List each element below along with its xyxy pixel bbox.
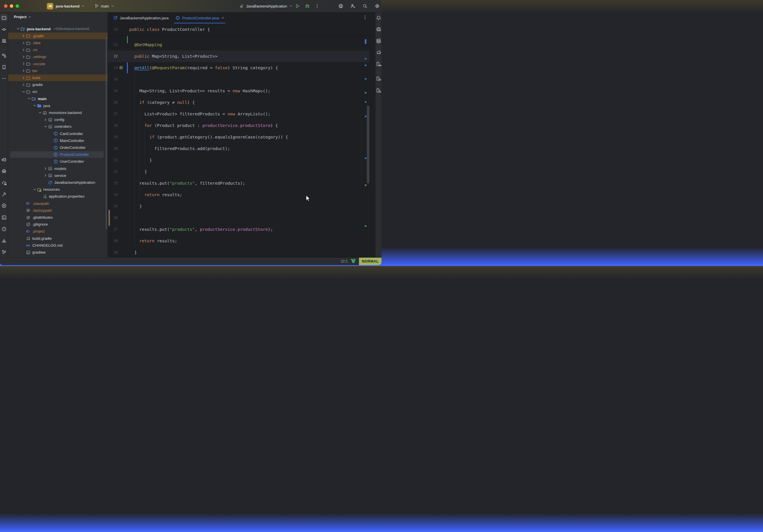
line-number[interactable]: 28 [108,120,118,131]
line-number[interactable]: 22 [108,51,118,62]
line-number[interactable]: 37 [108,224,118,235]
search-icon[interactable] [361,2,369,10]
line-number[interactable]: 24 [108,73,118,85]
tree-row-javabackendapplication[interactable]: JavaBackendApplication [8,179,108,186]
tree-row-build[interactable]: build [8,74,108,81]
pull-requests-icon[interactable] [1,38,8,45]
tree-row-productcontroller[interactable]: CProductController [8,151,108,158]
tree-row-cartcontroller[interactable]: CCartController [8,130,108,137]
minimize-window-button[interactable] [10,4,13,8]
tree-row-service[interactable]: service [8,172,108,179]
tree-row--factorypath[interactable]: .factorypath [8,207,108,214]
code-line-21[interactable]: 21 @GetMapping [108,39,375,51]
line-number[interactable]: 25 [108,85,118,97]
code-line-25[interactable]: 25 Map<String, List<Product>> results = … [108,85,375,97]
chevron-collapsed-icon[interactable] [21,68,26,73]
profiler-icon[interactable] [1,179,8,186]
tree-row-build-gradle[interactable]: build.gradle [8,235,108,242]
code-line-33[interactable]: 33 results.put("products", filteredProdu… [108,177,375,189]
chevron-collapsed-icon[interactable] [21,75,26,80]
code-line-37[interactable]: 37 results.put("products", productServic… [108,224,375,235]
line-number[interactable]: 29 [108,131,118,143]
line-number[interactable]: 31 [108,154,118,166]
code-line-32[interactable]: 32 } [108,166,375,177]
tree-row-usercontroller[interactable]: CUserController [8,158,108,165]
editor-scrollbar[interactable] [367,106,370,183]
project-selector[interactable]: java-backend [56,4,84,8]
caret-position-widget[interactable]: 22:1 [338,260,351,264]
tree-row-models[interactable]: models [8,165,108,172]
tree-row-config[interactable]: config [8,116,108,123]
line-number[interactable]: 14 [108,23,118,36]
tree-row--project[interactable]: .project [8,228,108,235]
close-tab-icon[interactable]: × [222,16,224,20]
notifications-bell-icon[interactable] [375,14,382,21]
tree-row--settings[interactable]: .settings [8,53,108,60]
code-line-39[interactable]: 39 } [108,247,375,258]
gradle-icon[interactable] [375,49,382,56]
device-manager-icon[interactable] [375,75,382,82]
tree-row-ordercontroller[interactable]: COrderController [8,144,108,151]
warning-icon[interactable] [1,237,8,244]
close-window-button[interactable] [4,4,8,8]
vim-mode-badge[interactable]: NORMAL [359,258,382,265]
chevron-collapsed-icon[interactable] [21,34,26,38]
tree-row--gitattributes[interactable]: .gitattributes [8,214,108,221]
add-user-icon[interactable] [349,2,357,10]
tree-row--gitignore[interactable]: .gitignore [8,221,108,228]
debug-icon[interactable] [304,2,311,10]
kebab-menu-icon[interactable] [313,2,321,10]
line-number[interactable]: 38 [108,235,118,247]
build-hammer-icon[interactable] [1,191,8,198]
line-number[interactable]: 27 [108,108,118,120]
code-line-28[interactable]: 28 for (Product product : productService… [108,120,375,131]
tree-row-bin[interactable]: bin [8,67,108,74]
chevron-expanded-icon[interactable] [16,27,21,31]
line-number[interactable]: 34 [108,189,118,200]
tree-row-maincontroller[interactable]: CMainController [8,137,108,144]
tree-row-java-backend[interactable]: java-backend~/Github/java-backend [8,26,108,32]
tree-row-application-properties[interactable]: application.properties [8,193,108,200]
git-branch-icon[interactable] [1,249,8,256]
problems-icon[interactable] [1,226,8,233]
chevron-collapsed-icon[interactable] [21,41,26,45]
tree-row--gradle[interactable]: .gradle [8,33,108,39]
chevron-expanded-icon[interactable] [32,187,37,192]
code-line-22[interactable]: 22 public Map<String, List<Product>> [108,51,375,62]
database-icon[interactable] [375,38,382,45]
running-devices-icon[interactable] [375,60,382,67]
code-line-29[interactable]: 29 if (product.getCategory().equalsIgnor… [108,131,375,143]
tree-row-gradle[interactable]: gradle [8,81,108,88]
terminal-icon[interactable] [1,214,8,221]
tree-row-gradlew-bat[interactable]: gradlew.bat [8,256,108,257]
settings-gear-icon[interactable] [374,2,381,10]
services-icon[interactable] [1,202,8,209]
chevron-expanded-icon[interactable] [43,124,48,129]
speed-cat-icon[interactable] [1,157,8,163]
code-line-23[interactable]: 23 getAll(@RequestParam(required = false… [108,62,375,73]
tree-row--classpath[interactable]: .classpath [8,200,108,207]
bookmarks-icon[interactable] [1,64,8,71]
branch-selector[interactable]: main [94,4,114,8]
tree-row-resources[interactable]: resources [8,186,108,193]
tree-row-java[interactable]: java [8,102,108,109]
code-line-34[interactable]: 34 return results; [108,189,375,200]
chevron-collapsed-icon[interactable] [43,166,48,171]
code-editor[interactable]: 14public class ProductController {21 @Ge… [108,23,375,257]
code-line-31[interactable]: 31 } [108,154,375,166]
structure-icon[interactable] [1,52,8,59]
tree-row-changelog-md[interactable]: MCHANGELOG.md [8,242,108,249]
device-explorer-icon[interactable] [375,87,382,94]
more-tools-icon[interactable] [1,75,8,82]
tree-row-monostore-backend[interactable]: monostore.backend [8,109,108,116]
code-line-26[interactable]: 26 if (category ≠ null) { [108,97,375,108]
line-number[interactable]: 26 [108,97,118,108]
line-number[interactable]: 21 [108,39,118,51]
chevron-expanded-icon[interactable] [27,96,32,101]
ai-assistant-icon[interactable] [337,2,345,10]
maximize-window-button[interactable] [16,4,19,8]
ideavim-icon[interactable] [351,259,356,264]
code-line-27[interactable]: 27 List<Product> filteredProducts = new … [108,108,375,120]
tree-row--idea[interactable]: .idea [8,40,108,46]
line-number[interactable]: 39 [108,247,118,258]
